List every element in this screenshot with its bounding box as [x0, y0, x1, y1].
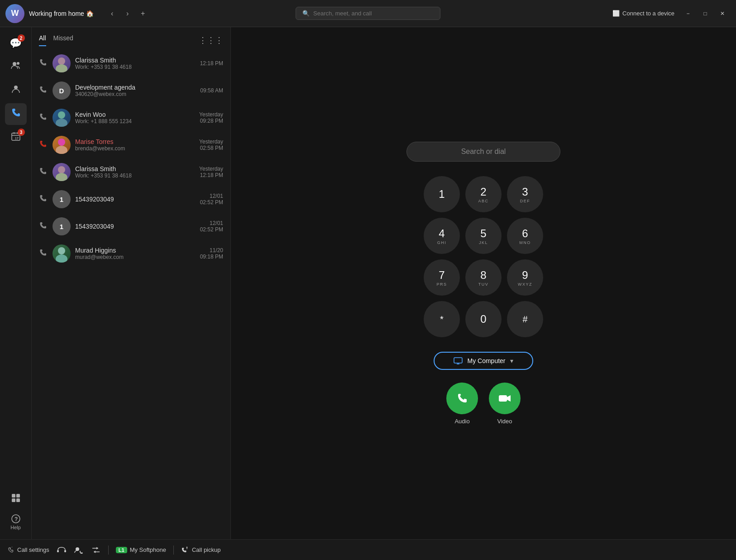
dial-key-0[interactable]: 0 [465, 301, 502, 337]
call-settings-button[interactable]: Call settings [7, 546, 49, 554]
softphone-status[interactable]: L1 My Softphone [116, 546, 166, 553]
tab-all[interactable]: All [39, 34, 46, 46]
avatar [53, 136, 71, 154]
people-icon [11, 84, 21, 97]
audio-call-circle[interactable] [446, 383, 478, 414]
call-info: Murad Higgins murad@webex.com [75, 247, 196, 260]
call-type-icon [39, 58, 48, 68]
contact-detail: murad@webex.com [75, 254, 196, 260]
svg-point-13 [58, 111, 65, 119]
calls-icon [11, 108, 21, 120]
contact-name: Clarissa Smith [75, 165, 195, 172]
close-button[interactable]: ✕ [714, 7, 731, 20]
video-call-button[interactable]: Video [489, 383, 521, 425]
more-options-button[interactable]: ⋮⋮⋮ [199, 35, 223, 45]
svg-rect-5 [12, 494, 15, 498]
search-bar[interactable]: 🔍 [296, 7, 440, 20]
list-item[interactable]: Clarissa Smith Work: +353 91 38 4618 12:… [32, 50, 230, 77]
sidebar-item-help[interactable]: ? Help [10, 514, 21, 530]
apps-icon [11, 493, 21, 506]
call-time: 09:58 AM [200, 87, 223, 94]
nav-add-button[interactable]: + [136, 7, 150, 20]
dial-key-7[interactable]: 7 PRS [424, 259, 460, 296]
call-info: Clarissa Smith Work: +353 91 38 4618 [75, 165, 195, 179]
contact-name: 15439203049 [75, 196, 196, 203]
dial-key-hash[interactable]: # [507, 301, 543, 337]
call-actions: Audio Video [446, 383, 521, 425]
dial-grid: 1 2 ABC 3 DEF 4 GHI 5 JKL 6 MNO [424, 176, 543, 337]
contact-name: Clarissa Smith [75, 57, 196, 64]
dial-key-3[interactable]: 3 DEF [507, 176, 543, 212]
svg-text:?: ? [14, 516, 18, 522]
svg-point-17 [58, 166, 65, 173]
window-controls: − □ ✕ [680, 7, 731, 20]
sidebar-item-apps[interactable] [5, 488, 27, 510]
connect-device-label: Connect to a device [622, 10, 674, 17]
call-type-icon [39, 194, 48, 204]
dial-key-1[interactable]: 1 [424, 176, 460, 212]
list-item[interactable]: D Development agenda 340620@webex.com 09… [32, 77, 230, 104]
list-item[interactable]: Kevin Woo Work: +1 888 555 1234 Yesterda… [32, 104, 230, 131]
call-type-icon [39, 86, 48, 96]
svg-rect-24 [64, 550, 66, 552]
dial-key-star[interactable]: * [424, 301, 460, 337]
maximize-button[interactable]: □ [697, 7, 713, 20]
contact-detail: Work: +1 888 555 1234 [75, 118, 195, 124]
softphone-label: My Softphone [130, 546, 166, 553]
title-bar-left: W Working from home 🏠 ‹ › + [5, 4, 247, 23]
minimize-button[interactable]: − [680, 7, 696, 20]
svg-point-20 [56, 254, 67, 263]
call-pickup-icon [181, 546, 189, 554]
svg-point-12 [56, 64, 67, 72]
dial-search-placeholder: Search or dial [461, 148, 506, 155]
call-time: Yesterday 12:18 PM [199, 166, 223, 178]
chat-badge: 2 [18, 34, 25, 42]
sidebar-item-teams[interactable] [5, 56, 27, 78]
list-item[interactable]: 1 15439203049 12/01 02:52 PM [32, 213, 230, 240]
audio-call-button[interactable]: Audio [446, 383, 478, 425]
dial-key-5[interactable]: 5 JKL [465, 218, 502, 254]
connect-device-button[interactable]: ⬜ Connect to a device [612, 10, 674, 17]
sidebar-item-chat[interactable]: 💬 2 [5, 33, 27, 54]
dial-key-6[interactable]: 6 MNO [507, 218, 543, 254]
call-type-icon [39, 221, 48, 231]
tab-missed[interactable]: Missed [53, 34, 73, 46]
dial-key-4[interactable]: 4 GHI [424, 218, 460, 254]
dial-key-2[interactable]: 2 ABC [465, 176, 502, 212]
call-list: Clarissa Smith Work: +353 91 38 4618 12:… [32, 46, 230, 539]
softphone-badge: L1 [116, 547, 127, 553]
teams-icon [11, 61, 21, 73]
sidebar-item-people[interactable] [5, 80, 27, 101]
call-type-icon [39, 167, 48, 177]
dial-key-8[interactable]: 8 TUV [465, 259, 502, 296]
call-settings-label: Call settings [17, 546, 49, 553]
call-type-icon [39, 249, 48, 258]
avatar [53, 244, 71, 263]
status-bar: Call settings L1 My Softphone Call picku… [0, 539, 736, 560]
call-time: Yesterday 09:28 PM [199, 111, 223, 124]
svg-point-0 [13, 62, 16, 66]
nav-back-button[interactable]: ‹ [105, 7, 119, 20]
list-item[interactable]: 1 15439203049 12/01 02:52 PM [32, 186, 230, 213]
svg-point-16 [56, 146, 67, 154]
sidebar-item-calls[interactable] [5, 103, 27, 125]
call-time: Yesterday 02:58 PM [199, 139, 223, 151]
headset-icon [57, 546, 67, 554]
svg-point-2 [14, 86, 18, 89]
contact-detail: Work: +353 91 38 4618 [75, 64, 196, 70]
device-selector[interactable]: My Computer ▾ [434, 352, 533, 370]
call-info: Clarissa Smith Work: +353 91 38 4618 [75, 57, 196, 70]
avatar [53, 163, 71, 181]
list-item[interactable]: Murad Higgins murad@webex.com 11/20 09:1… [32, 240, 230, 267]
call-info: Kevin Woo Work: +1 888 555 1234 [75, 111, 195, 124]
list-item[interactable]: Marise Torres brenda@webex.com Yesterday… [32, 131, 230, 158]
video-call-circle[interactable] [489, 383, 521, 414]
sidebar-item-calendar[interactable]: 17 3 [5, 127, 27, 148]
dial-key-9[interactable]: 9 WXYZ [507, 259, 543, 296]
dial-search-input[interactable]: Search or dial [406, 142, 560, 162]
list-item[interactable]: Clarissa Smith Work: +353 91 38 4618 Yes… [32, 158, 230, 186]
sidebar: 💬 2 [0, 27, 32, 539]
call-pickup-button[interactable]: Call pickup [181, 546, 221, 554]
nav-forward-button[interactable]: › [121, 7, 134, 20]
search-input[interactable] [313, 10, 434, 17]
